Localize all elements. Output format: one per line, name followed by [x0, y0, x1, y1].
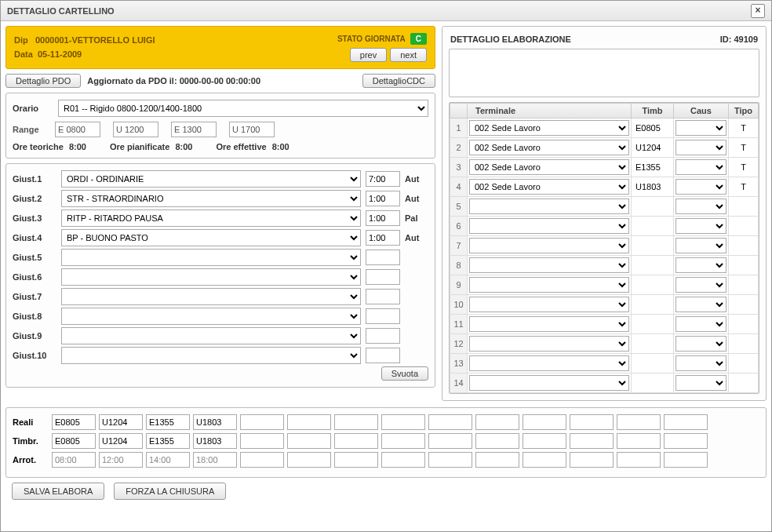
reali-cell[interactable] — [475, 414, 519, 430]
terminale-select[interactable]: 002 Sede Lavoro — [469, 159, 629, 175]
caus-select[interactable] — [676, 316, 726, 332]
reali-cell[interactable] — [146, 414, 190, 430]
timbr-cell[interactable] — [381, 433, 425, 449]
terminale-select[interactable] — [469, 355, 629, 371]
close-icon[interactable]: × — [751, 4, 765, 18]
giust-hours-input[interactable] — [366, 230, 400, 246]
caus-select[interactable] — [676, 199, 726, 214]
terminale-select[interactable]: 002 Sede Lavoro — [469, 179, 629, 195]
arrot-cell[interactable] — [570, 452, 614, 468]
caus-select[interactable] — [676, 375, 726, 391]
caus-select[interactable] — [676, 159, 726, 175]
dettaglio-cdc-button[interactable]: DettaglioCDC — [362, 74, 435, 88]
giust-select[interactable] — [61, 308, 361, 325]
reali-cell[interactable] — [193, 414, 237, 430]
giust-select[interactable]: ORDI - ORDINARIE — [61, 170, 361, 188]
forza-chiusura-button[interactable]: FORZA LA CHIUSURA — [114, 483, 226, 500]
terminale-select[interactable]: 002 Sede Lavoro — [469, 120, 629, 136]
giust-select[interactable]: RITP - RITARDO PAUSA — [61, 210, 361, 227]
arrot-cell[interactable] — [523, 452, 566, 468]
arrot-cell[interactable] — [99, 452, 143, 468]
reali-cell[interactable] — [428, 414, 472, 430]
timbr-cell[interactable] — [240, 433, 284, 449]
timbr-cell[interactable] — [99, 433, 143, 449]
timbr-cell[interactable] — [617, 433, 661, 449]
timbr-cell[interactable] — [287, 433, 331, 449]
terminale-select[interactable] — [469, 199, 629, 214]
prev-button[interactable]: prev — [350, 48, 387, 62]
arrot-cell[interactable] — [193, 452, 237, 468]
giust-hours-input[interactable] — [366, 269, 400, 285]
arrot-cell[interactable] — [287, 452, 331, 468]
reali-cell[interactable] — [240, 414, 284, 430]
arrot-cell[interactable] — [52, 452, 96, 468]
salva-elabora-button[interactable]: SALVA ELABORA — [12, 483, 104, 500]
arrot-cell[interactable] — [617, 452, 661, 468]
giust-hours-input[interactable] — [366, 250, 400, 265]
svuota-button[interactable]: Svuota — [381, 366, 428, 381]
caus-select[interactable] — [676, 120, 726, 136]
timbr-cell[interactable] — [193, 433, 237, 449]
elab-textarea[interactable] — [449, 49, 759, 97]
timbr-cell[interactable] — [428, 433, 472, 449]
arrot-cell[interactable] — [146, 452, 190, 468]
terminale-select[interactable] — [469, 336, 629, 352]
giust-select[interactable]: STR - STRAORDINARIO — [61, 190, 361, 207]
timbr-cell[interactable] — [523, 433, 566, 449]
terminale-select[interactable] — [469, 277, 629, 293]
orario-select[interactable]: R01 -- Rigido 0800-1200/1400-1800 — [58, 100, 428, 117]
giust-hours-input[interactable] — [366, 289, 400, 304]
giust-hours-input[interactable] — [366, 348, 400, 363]
giust-hours-input[interactable] — [366, 191, 400, 206]
giust-select[interactable]: BP - BUONO PASTO — [61, 229, 361, 246]
terminale-select[interactable] — [469, 297, 629, 312]
reali-cell[interactable] — [52, 414, 96, 430]
terminale-select[interactable] — [469, 375, 629, 391]
giust-hours-input[interactable] — [366, 308, 400, 324]
caus-select[interactable] — [676, 238, 726, 253]
giust-select[interactable] — [61, 347, 361, 364]
caus-select[interactable] — [676, 336, 726, 352]
terminale-select[interactable] — [469, 316, 629, 332]
giust-hours-input[interactable] — [366, 210, 400, 226]
giust-select[interactable] — [61, 268, 361, 286]
range-input-4[interactable] — [229, 122, 275, 137]
arrot-cell[interactable] — [334, 452, 378, 468]
reali-cell[interactable] — [287, 414, 331, 430]
caus-select[interactable] — [676, 179, 726, 195]
timbr-cell[interactable] — [664, 433, 708, 449]
caus-select[interactable] — [676, 297, 726, 312]
caus-select[interactable] — [676, 277, 726, 293]
arrot-cell[interactable] — [475, 452, 519, 468]
giust-select[interactable] — [61, 249, 361, 266]
caus-select[interactable] — [676, 218, 726, 234]
giust-select[interactable] — [61, 288, 361, 305]
timbr-cell[interactable] — [570, 433, 614, 449]
terminale-select[interactable] — [469, 257, 629, 273]
arrot-cell[interactable] — [664, 452, 708, 468]
giust-select[interactable] — [61, 327, 361, 344]
reali-cell[interactable] — [617, 414, 661, 430]
terminale-select[interactable] — [469, 218, 629, 234]
arrot-cell[interactable] — [240, 452, 284, 468]
caus-select[interactable] — [676, 140, 726, 155]
caus-select[interactable] — [676, 257, 726, 273]
timbr-cell[interactable] — [52, 433, 96, 449]
reali-cell[interactable] — [664, 414, 708, 430]
timbr-cell[interactable] — [475, 433, 519, 449]
reali-cell[interactable] — [381, 414, 425, 430]
arrot-cell[interactable] — [428, 452, 472, 468]
dettaglio-pdo-button[interactable]: Dettaglio PDO — [5, 74, 81, 88]
giust-hours-input[interactable] — [366, 171, 400, 187]
reali-cell[interactable] — [334, 414, 378, 430]
giust-hours-input[interactable] — [366, 328, 400, 344]
arrot-cell[interactable] — [381, 452, 425, 468]
reali-cell[interactable] — [99, 414, 143, 430]
caus-select[interactable] — [676, 355, 726, 371]
terminale-select[interactable]: 002 Sede Lavoro — [469, 140, 629, 155]
reali-cell[interactable] — [570, 414, 614, 430]
next-button[interactable]: next — [390, 48, 427, 62]
range-input-2[interactable] — [113, 122, 158, 137]
range-input-1[interactable] — [55, 122, 100, 137]
range-input-3[interactable] — [171, 122, 217, 137]
